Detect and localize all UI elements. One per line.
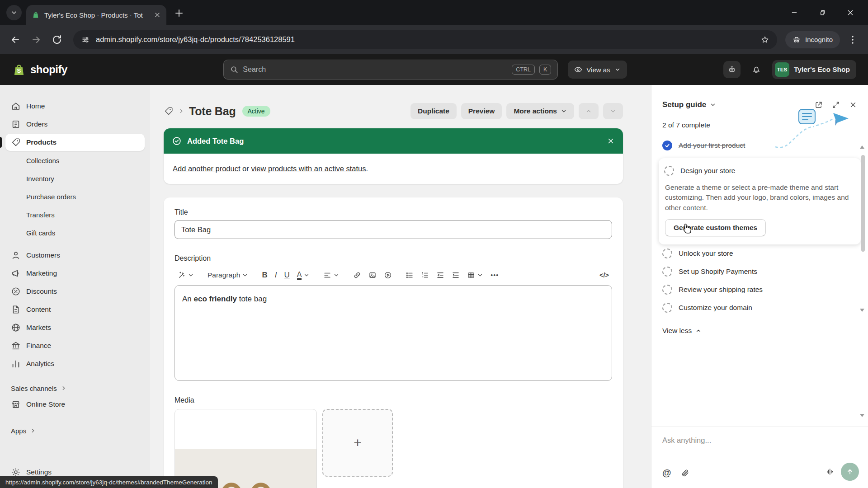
sidebar-section-sales-channels[interactable]: Sales channels	[5, 380, 145, 396]
shopify-wordmark: shopify	[30, 63, 67, 76]
sidebar-item-inventory[interactable]: Inventory	[5, 170, 145, 187]
tab-close-icon[interactable]	[154, 11, 161, 19]
sidebar-item-orders[interactable]: Orders	[5, 116, 145, 133]
setup-item-design-store[interactable]: Design your store	[660, 163, 860, 179]
view-as-button[interactable]: View as	[568, 61, 627, 79]
minimize-button[interactable]	[780, 0, 808, 25]
sidebar-item-content[interactable]: Content	[5, 301, 145, 318]
notifications-button[interactable]	[748, 61, 765, 78]
add-another-product-link[interactable]: Add another product	[173, 164, 241, 173]
setup-item-label: Design your store	[680, 167, 735, 175]
close-panel-icon[interactable]	[849, 101, 857, 109]
sidebar-item-markets[interactable]: Markets	[5, 319, 145, 336]
restore-button[interactable]	[808, 0, 836, 25]
sidebar-item-purchase-orders[interactable]: Purchase orders	[5, 188, 145, 205]
bullet-list-button[interactable]	[402, 268, 417, 282]
magic-wand-button[interactable]	[175, 268, 197, 282]
insert-table-button[interactable]	[464, 268, 486, 282]
voice-input-icon[interactable]	[826, 468, 834, 476]
bold-button[interactable]: B	[259, 268, 270, 282]
scroll-down-arrow[interactable]	[860, 309, 864, 312]
insert-video-button[interactable]	[381, 268, 395, 282]
breadcrumb-products-icon[interactable]	[164, 106, 174, 116]
url-text[interactable]: admin.shopify.com/store/jy63jq-dc/produc…	[96, 35, 761, 44]
italic-button[interactable]: I	[272, 268, 280, 282]
sidebar-item-transfers[interactable]: Transfers	[5, 206, 145, 223]
incognito-badge: Incognito	[785, 31, 840, 48]
scroll-down-arrow-2[interactable]	[860, 414, 864, 417]
setup-item-shipping-rates[interactable]: Review your shipping rates	[651, 281, 868, 299]
chevron-down-icon[interactable]	[710, 102, 716, 108]
browser-menu-button[interactable]	[844, 32, 861, 48]
setup-item-label: Customize your domain	[679, 304, 752, 312]
view-less-link[interactable]: View less	[662, 327, 857, 335]
chevron-right-icon	[30, 427, 36, 434]
more-formatting-button[interactable]: •••	[487, 269, 502, 282]
address-bar[interactable]: admin.shopify.com/store/jy63jq-dc/produc…	[73, 30, 777, 49]
site-info-icon[interactable]	[81, 36, 90, 44]
previous-product-button[interactable]	[579, 103, 599, 119]
chevron-down-icon	[610, 108, 616, 114]
bookmark-star-icon[interactable]	[761, 36, 769, 44]
sidebar-item-online-store[interactable]: Online Store	[5, 396, 145, 413]
show-html-button[interactable]: </>	[596, 269, 612, 282]
sidebar-item-discounts[interactable]: Discounts	[5, 283, 145, 300]
indent-button[interactable]	[448, 268, 463, 282]
ask-anything-input[interactable]	[662, 436, 838, 445]
reload-button[interactable]	[49, 32, 65, 48]
sidebar-item-home[interactable]: Home	[5, 98, 145, 115]
scroll-up-arrow[interactable]	[860, 145, 864, 149]
next-product-button[interactable]	[603, 103, 623, 119]
banner-close-icon[interactable]	[607, 137, 615, 145]
setup-item-unlock-store[interactable]: Unlock your store	[651, 244, 868, 263]
sidebar-item-customers[interactable]: Customers	[5, 247, 145, 264]
preview-button[interactable]: Preview	[461, 103, 502, 119]
browser-tab[interactable]: Tyler's Eco Shop · Products · Tot	[26, 5, 166, 25]
title-input[interactable]	[175, 220, 612, 239]
window-controls	[780, 0, 864, 25]
more-actions-button[interactable]: More actions	[506, 103, 574, 119]
sidebar-item-finance[interactable]: Finance	[5, 337, 145, 354]
sidebar-item-collections[interactable]: Collections	[5, 152, 145, 169]
expand-icon[interactable]	[832, 101, 840, 109]
send-button[interactable]	[841, 463, 859, 481]
paragraph-style-dropdown[interactable]: Paragraph	[204, 268, 251, 282]
sidebar-item-analytics[interactable]: Analytics	[5, 355, 145, 372]
sidebar-item-products[interactable]: Products	[5, 134, 145, 151]
alignment-button[interactable]	[320, 268, 343, 282]
sidebar-item-marketing[interactable]: Marketing	[5, 265, 145, 282]
global-search-input[interactable]: Search CTRL K	[223, 60, 558, 80]
insert-image-button[interactable]	[365, 268, 380, 282]
assistant-bot-button[interactable]	[723, 61, 741, 78]
sidebar-section-apps[interactable]: Apps	[5, 423, 145, 438]
sidebar-item-gift-cards[interactable]: Gift cards	[5, 224, 145, 241]
insert-link-button[interactable]	[350, 268, 364, 282]
shopify-topbar: S shopify Search CTRL K View as TES Tyle…	[0, 54, 868, 85]
setup-item-shopify-payments[interactable]: Set up Shopify Payments	[651, 263, 868, 281]
setup-guide-title: Setup guide	[662, 100, 706, 109]
underline-button[interactable]: U	[281, 268, 292, 282]
shopify-logo[interactable]: S shopify	[12, 62, 127, 77]
new-tab-button[interactable]	[174, 8, 184, 19]
search-placeholder: Search	[243, 66, 507, 74]
setup-item-description: Generate a theme or select a pre-made th…	[665, 183, 852, 213]
forward-button[interactable]	[28, 32, 44, 48]
text-color-button[interactable]: A	[294, 268, 313, 282]
tab-search-button[interactable]	[6, 5, 22, 20]
view-products-link[interactable]: view products with an active status	[251, 164, 366, 173]
mention-icon[interactable]: @	[662, 468, 671, 478]
numbered-list-button[interactable]	[418, 268, 432, 282]
attachment-icon[interactable]	[681, 469, 689, 477]
back-button[interactable]	[7, 32, 24, 48]
close-window-button[interactable]	[836, 0, 864, 25]
sidebar-label: Analytics	[26, 360, 54, 368]
open-in-new-icon[interactable]	[815, 101, 823, 109]
sidebar-label: Marketing	[26, 269, 57, 277]
setup-item-customize-domain[interactable]: Customize your domain	[651, 299, 868, 317]
outdent-button[interactable]	[433, 268, 448, 282]
duplicate-button[interactable]: Duplicate	[410, 103, 457, 119]
scrollbar-thumb[interactable]	[861, 155, 865, 252]
description-editor[interactable]: An eco friendly tote bag	[175, 285, 612, 381]
store-menu[interactable]: TES Tyler's Eco Shop	[772, 60, 856, 79]
add-media-button[interactable]: +	[322, 409, 393, 477]
